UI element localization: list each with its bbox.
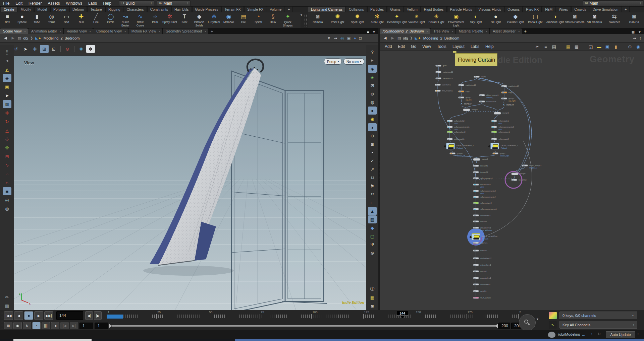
node-load-toggle[interactable] [444, 145, 446, 147]
right-main-dropdown[interactable]: ⊞ Main ↕ [583, 0, 643, 6]
shelf-tool-file[interactable]: ▤File [236, 12, 251, 28]
node-group6[interactable]: group6curtain_left [449, 152, 455, 154]
node-torus1[interactable]: torus1 [474, 76, 480, 78]
shelf-tool-grid[interactable]: ▭Grid [59, 12, 74, 28]
scene-viewport[interactable]: z x View Persp ▾ No cam ▾ Indie Edition [14, 56, 366, 310]
playhead[interactable]: 144 [397, 311, 408, 316]
node-grid1[interactable]: grid1 [435, 65, 441, 67]
shelf-tool-volume-light[interactable]: ✴Volume Light [407, 12, 427, 28]
network-menu-layout[interactable]: Layout [449, 44, 468, 50]
tab-scene-view[interactable]: Scene View× [0, 28, 28, 34]
sticky-note-collapse-tab[interactable] [453, 51, 457, 53]
shelf-tool-point-light[interactable]: ✺Point Light [328, 12, 347, 28]
desktop-dropdown[interactable]: ❒ Build ↕ [119, 0, 154, 6]
shelf-tool-spot-light[interactable]: ✹Spot Light [347, 12, 367, 28]
network-tools-icon[interactable]: ✂ [534, 43, 541, 51]
radar-rings-icon[interactable]: ◎ [340, 36, 344, 41]
projection-dropdown[interactable]: Persp ▾ [324, 58, 342, 65]
annotate-icon[interactable]: ✑ [3, 293, 11, 301]
menu-help[interactable]: Help [100, 0, 114, 6]
node-vellumconstraints3[interactable]: vellumconstraints3cloth [473, 190, 479, 192]
shelf-tool-portal-light[interactable]: ▢Portal Light [525, 12, 545, 28]
shelf-tool-sky-light[interactable]: ◐Sky Light [466, 12, 486, 28]
shelf-tab-particles[interactable]: Particles [367, 6, 387, 12]
help-icon[interactable]: ? [368, 48, 377, 56]
network-menu-labs[interactable]: Labs [468, 44, 482, 50]
view-region-icon[interactable]: ◎ [3, 196, 11, 204]
prim-normals-icon[interactable]: ⚑ [368, 182, 377, 190]
back-arrow-icon[interactable]: ◀ [382, 36, 388, 41]
auto-update-dropdown[interactable]: Auto Update [606, 331, 635, 338]
node-object-merge2[interactable]: object_merge2/Redline_1 [522, 164, 528, 166]
lighting-icon[interactable]: ● [368, 107, 377, 115]
node-vellumsolver3[interactable]: vellumsolver3 [473, 202, 479, 204]
pin-icon[interactable]: ⇥ [633, 36, 636, 41]
path-net-label[interactable]: obj [403, 36, 408, 40]
render-flipbook-icon[interactable]: ✺ [77, 45, 86, 53]
set-key-button[interactable] [519, 314, 536, 331]
shelf-divider-handle[interactable] [304, 13, 307, 27]
shelf-tool-caustic-light[interactable]: ◆Caustic Light [505, 12, 525, 28]
turntable-icon[interactable]: ◍ [3, 205, 11, 213]
node-vellumconstraints4[interactable]: vellumconstraints4 [473, 196, 479, 198]
camera-view-icon[interactable]: ◙ [368, 140, 377, 148]
shelf-tab-viscous-fluids[interactable]: Viscous Fluids [476, 6, 504, 12]
tab-geometry-spreadsheet[interactable]: Geometry Spreadsheet× [163, 28, 208, 34]
secure-selection-icon[interactable]: ⊞ [40, 45, 49, 53]
node-groupdelete1[interactable]: groupdelete1keep_attributes [473, 227, 479, 229]
tab-material-palette[interactable]: Material Palette× [456, 28, 490, 34]
vertex-markers-icon[interactable]: ∟ [368, 199, 377, 207]
node-first-rework1[interactable]: first_rework1 [435, 90, 441, 92]
node-normal2[interactable]: normal2 [473, 250, 479, 252]
shelf-tab-deform[interactable]: Deform [69, 6, 87, 12]
shelf-tool-font[interactable]: TFont [177, 12, 192, 28]
range-slider-right-handle[interactable] [492, 324, 498, 328]
color-palette-grid-icon[interactable]: ▦ [565, 43, 572, 51]
node-normal3[interactable]: normal3 [473, 270, 479, 272]
headlight-off-icon[interactable]: ⊘ [368, 90, 377, 98]
tab-add-button[interactable]: + [522, 29, 529, 34]
tab-animation-editor[interactable]: Animation Editor× [28, 28, 63, 34]
network-overview-icon[interactable]: ◉ [635, 43, 642, 51]
back-arrow-icon[interactable]: ◀ [3, 36, 8, 41]
shelf-tool-switcher[interactable]: ⇆Switcher [604, 12, 624, 28]
path-node-label[interactable]: Modeling_2_Bedroom [44, 36, 80, 40]
node-vellumunpack1[interactable]: vellumunpack1 [473, 177, 479, 179]
collapse-arrow-icon[interactable]: ▶ [368, 56, 377, 64]
node-uvtransform1[interactable]: uvtransform1 [473, 264, 479, 266]
menu-windows[interactable]: Windows [63, 0, 85, 6]
shelf-tool-sphere[interactable]: ●Sphere [15, 12, 30, 28]
toolbox-handle[interactable]: ⣿ [3, 48, 11, 56]
node-vellumpack1[interactable]: vellumpack1 [447, 138, 453, 140]
visibility-diamond-icon[interactable]: ◈ [368, 65, 377, 73]
node-switch1[interactable]: switch1 [473, 290, 479, 292]
camera-tool-icon[interactable]: ◙ [3, 187, 11, 195]
context-path-label[interactable]: /obj/Modeling_... [558, 332, 585, 336]
node-attribdelete11[interactable]: attribdelete11 [473, 214, 479, 216]
secure-selection-lock-icon[interactable]: ⊠ [3, 100, 11, 108]
point-numbers-icon[interactable]: 12 [368, 174, 377, 182]
node-vellumcloth3[interactable]: vellumcloth3cloth [473, 184, 479, 186]
shelf-tool-geometry-light[interactable]: ✦Geometry Light [387, 12, 407, 28]
range-slider-left-handle[interactable] [109, 324, 114, 328]
shelf-tool-null[interactable]: ✚Null [74, 12, 89, 28]
shelf-tab-wires[interactable]: Wires [556, 6, 571, 12]
shelf-tool-platonic-solids[interactable]: ◆Platonic Solids [192, 12, 207, 28]
shelf-tab-simple-fx[interactable]: Simple FX [244, 6, 266, 12]
key-menu-arrow-icon[interactable]: ▼ [536, 318, 539, 321]
shelf-tool-circle[interactable]: ◯Circle [103, 12, 118, 28]
shelf-tool-quick-shapes[interactable]: ✦Quick Shapes [280, 12, 295, 28]
display-options-icon[interactable]: ✽ [86, 45, 95, 53]
tab-add-button[interactable]: + [209, 29, 215, 34]
tree-outline-icon[interactable]: ≡ [542, 43, 549, 51]
node-attribdelete12[interactable]: attribdelete12 [473, 257, 479, 259]
shelf-tool-metaball[interactable]: ◉Metaball [221, 12, 236, 28]
find-node-icon[interactable]: ⊙ [627, 43, 633, 51]
shelf-tool-vr-camera[interactable]: ◙VR Camera [585, 12, 604, 28]
wire-prongs-icon[interactable]: Ψ [368, 241, 377, 249]
node-vellumconstraints2[interactable]: vellumconstraints2cloth [491, 126, 497, 128]
tab-close-icon[interactable]: × [124, 30, 126, 33]
tab-motion-fx-view[interactable]: Motion FX View× [128, 28, 162, 34]
collapse-arrow-icon[interactable]: ◀ [3, 57, 11, 65]
display-menu-icon[interactable]: ⊜ [368, 249, 377, 257]
